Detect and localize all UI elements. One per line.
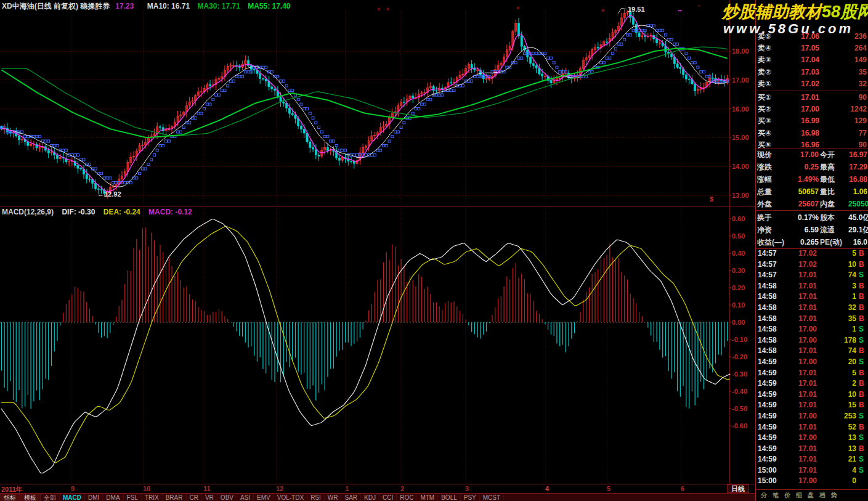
stair-step xyxy=(76,153,79,156)
order-book-buy-row[interactable]: 买②17.001242 xyxy=(756,104,868,115)
candle-body xyxy=(535,65,537,68)
indicator-tab-RSI[interactable]: RSI xyxy=(307,494,325,501)
tab-指标[interactable]: 指标 xyxy=(0,494,20,501)
indicator-tab-MTM[interactable]: MTM xyxy=(417,494,438,501)
tick-volume: 10 xyxy=(817,259,859,271)
order-book-sell-row[interactable]: 卖②17.0335 xyxy=(756,67,868,78)
candle-body xyxy=(459,75,461,78)
candle-body xyxy=(582,60,584,69)
panel-footer-button[interactable]: 档 xyxy=(819,491,825,500)
indicator-tab-FSL[interactable]: FSL xyxy=(124,494,142,501)
order-book-buy-row[interactable]: 买③16.99129 xyxy=(756,115,868,127)
order-book: 卖⑤17.06236卖④17.05264卖③17.04149卖②17.0335卖… xyxy=(756,31,868,151)
order-book-price: 17.06 xyxy=(784,31,819,43)
panel-footer-button[interactable]: 势 xyxy=(831,491,837,500)
tick-time: 14:59 xyxy=(758,444,784,455)
panel-footer-button[interactable]: 笔 xyxy=(773,491,779,500)
indicator-tab-VR[interactable]: VR xyxy=(202,494,217,501)
stair-step xyxy=(623,38,626,41)
stair-step xyxy=(547,57,550,59)
macd-axis-label: -0.10 xyxy=(732,336,747,343)
order-book-buy-row[interactable]: 买④16.9877 xyxy=(756,128,868,139)
tick-time: 14:57 xyxy=(758,270,784,281)
stair-step xyxy=(150,158,153,161)
stair-indicator xyxy=(0,25,728,184)
indicator-tab-CCI[interactable]: CCI xyxy=(379,494,397,501)
candle-body xyxy=(541,74,543,76)
indicator-tab-TRIX[interactable]: TRIX xyxy=(142,494,163,501)
indicator-tab-BRAR[interactable]: BRAR xyxy=(163,494,187,501)
indicator-tab-EMV[interactable]: EMV xyxy=(254,494,274,501)
stair-step xyxy=(182,126,185,129)
order-book-sell-row[interactable]: 卖④17.05264 xyxy=(756,43,868,54)
tick-side: B xyxy=(859,291,868,303)
panel-footer-button[interactable]: 盘 xyxy=(808,491,814,500)
candle-body xyxy=(615,30,617,33)
tick-side: B xyxy=(859,422,868,433)
period-selector[interactable]: 日线 xyxy=(727,484,749,493)
tick-price: 17.01 xyxy=(784,291,817,303)
stair-step xyxy=(664,34,667,36)
indicator-tab-全部[interactable]: 全部 xyxy=(41,494,60,501)
indicator-tab-OBV[interactable]: OBV xyxy=(217,494,237,501)
candle-body xyxy=(544,76,546,77)
indicator-tab-ASI[interactable]: ASI xyxy=(237,494,254,501)
order-book-buy-row[interactable]: 买①17.0190 xyxy=(756,92,868,104)
indicator-tab-SAR[interactable]: SAR xyxy=(341,494,361,501)
candle-body xyxy=(509,46,511,50)
stair-step xyxy=(667,38,670,41)
stair-step xyxy=(141,168,144,170)
tick-price: 17.01 xyxy=(784,378,817,389)
indicator-tab-WR[interactable]: WR xyxy=(325,494,342,501)
candle-body xyxy=(327,147,328,150)
candles xyxy=(1,7,728,198)
tick-list[interactable]: 14:5717.025B14:5717.0210B14:5717.0174S14… xyxy=(756,248,868,487)
tick-side xyxy=(859,476,868,487)
panel-footer-button[interactable]: 分 xyxy=(761,491,767,500)
candle-body xyxy=(350,161,352,161)
indicator-tab-MACD[interactable]: MACD xyxy=(60,494,85,501)
quote-value: 25607 xyxy=(792,198,820,210)
indicator-tab-BOLL[interactable]: BOLL xyxy=(438,494,461,501)
indicator-tab-VOL-TDX[interactable]: VOL-TDX xyxy=(274,494,307,501)
tick-time: 14:59 xyxy=(758,411,784,422)
order-book-sell-row[interactable]: 卖③17.04149 xyxy=(756,54,868,66)
stair-step xyxy=(241,75,244,78)
tick-price: 17.01 xyxy=(784,281,817,292)
indicator-tab-PSY[interactable]: PSY xyxy=(461,494,480,501)
indicator-tab-DMA[interactable]: DMA xyxy=(103,494,123,501)
tick-side: B xyxy=(859,259,868,271)
candle-body xyxy=(588,55,590,57)
stair-step xyxy=(585,75,588,78)
indicator-tab-KDJ[interactable]: KDJ xyxy=(361,494,379,501)
quote-value: 0.265 xyxy=(792,236,820,248)
candle-body xyxy=(262,79,264,79)
price-axis-label: 16.00 xyxy=(732,105,749,113)
tick-row: 14:5717.0174S xyxy=(756,270,868,281)
stair-step xyxy=(612,52,614,55)
candle-body xyxy=(559,78,561,78)
dif-line xyxy=(1,219,730,473)
panel-footer-button[interactable]: 细 xyxy=(796,491,802,500)
panel-footer-button[interactable]: 价 xyxy=(784,491,790,500)
indicator-tab-DMI[interactable]: DMI xyxy=(85,494,103,501)
tab-模板[interactable]: 模板 xyxy=(20,494,41,501)
stair-step xyxy=(177,131,179,133)
stair-step xyxy=(285,84,288,87)
tick-row: 14:5917.012B xyxy=(756,378,868,389)
indicator-tab-MCST[interactable]: MCST xyxy=(480,494,504,501)
order-book-sell-row[interactable]: 卖①17.0232 xyxy=(756,78,868,90)
indicator-tab-ROC[interactable]: ROC xyxy=(397,494,417,501)
stair-step xyxy=(197,112,200,115)
signal-marker-icon: ▫ xyxy=(698,2,700,9)
tick-price: 17.00 xyxy=(784,335,817,346)
indicator-tab-CR[interactable]: CR xyxy=(187,494,202,501)
candle-body xyxy=(688,79,690,79)
candle-body xyxy=(515,23,517,31)
main-chart[interactable]: 18.0017.0016.0015.0014.0013.000.600.500.… xyxy=(0,0,755,484)
quote-label: 最低 xyxy=(820,173,848,185)
order-book-sell-row[interactable]: 卖⑤17.06236 xyxy=(756,31,868,43)
tick-volume: 20 xyxy=(817,357,859,368)
candle-body xyxy=(603,42,605,45)
candle-body xyxy=(623,14,625,18)
